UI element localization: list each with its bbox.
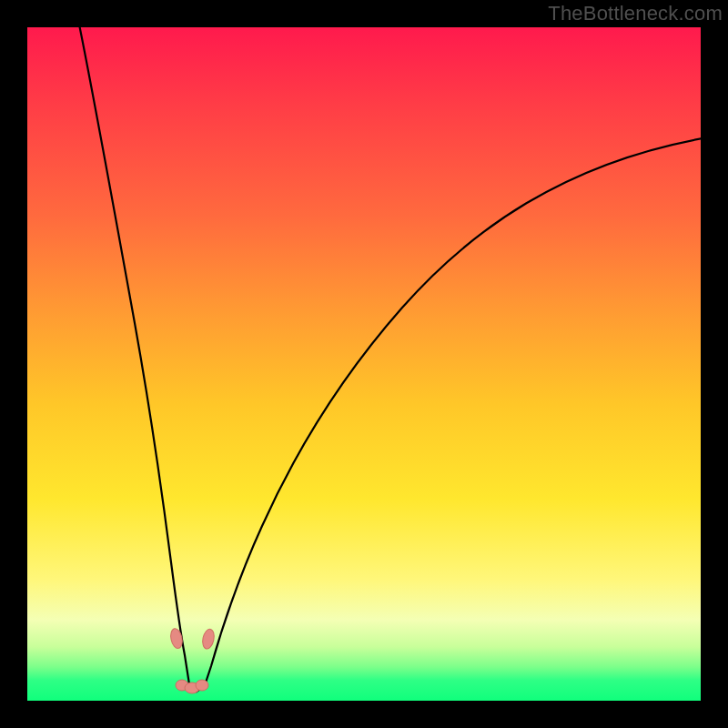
bottleneck-curve-path xyxy=(78,27,701,692)
chart-frame: TheBottleneck.com xyxy=(0,0,728,728)
watermark-text: TheBottleneck.com xyxy=(548,2,723,25)
plot-area xyxy=(27,27,701,701)
trough-markers xyxy=(169,628,216,693)
bottleneck-curve-svg xyxy=(27,27,701,701)
marker-valley-c-icon xyxy=(196,680,208,691)
marker-trough-right-icon xyxy=(201,628,216,650)
marker-trough-left-icon xyxy=(169,628,184,650)
